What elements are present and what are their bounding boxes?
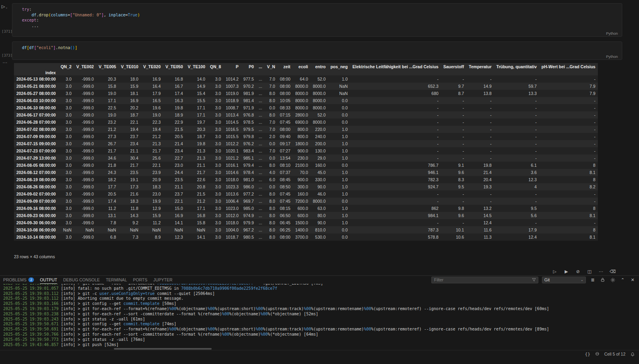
output-filter[interactable] [431,277,538,283]
table-cell: 18.1 [119,90,141,97]
code-editor[interactable]: df[df["ecoli"].notna()] [12,42,622,51]
table-cell: ... [256,97,265,104]
word-wrap-icon[interactable]: ≣ [589,277,596,283]
table-cell: 3.0 [58,140,74,147]
table-cell: 3.0 [208,126,223,133]
table-row: 2024-07-15 09:00:003.0-999.026.723.421.3… [14,140,598,147]
cell-language-picker[interactable]: Python [606,54,618,59]
panel-tab-label: PROBLEMS [3,277,26,282]
row-index: 2024-09-30 06:00:00 [14,219,58,226]
table-cell: 11.3 [466,233,494,241]
table-cell: 3.0 [208,104,223,111]
table-cell: 16.8 [163,75,185,83]
notebook-cell-1[interactable]: try: df.drop(columns=["Unnamed: 0"], inp… [12,3,622,37]
table-cell: 07:27 [278,147,293,154]
layout-indicator-icon[interactable] [595,352,599,356]
more-actions-icon[interactable]: ⋯ [598,268,604,275]
panel-tab-output[interactable]: OUTPUT [40,276,57,284]
panel-tab-jupyter[interactable]: JUPYTER [153,276,173,284]
table-cell: 3.0 [208,219,223,226]
split-cell-icon[interactable]: ◫ [586,268,593,275]
scroll-lock-icon[interactable] [599,277,606,283]
table-cell: 3.0 [58,233,74,241]
table-cell: 8.3 [441,176,466,183]
table-cell: 17.7 [96,183,119,190]
panel-tab-ports[interactable]: PORTS [133,276,147,284]
delete-cell-icon[interactable]: ⌫ [609,268,616,275]
table-cell: 16.9 [119,97,141,104]
braces-icon[interactable]: {} [585,352,590,356]
panel-tab-terminal[interactable]: TERMINAL [106,276,127,284]
table-cell: 0.0 [328,119,350,126]
table-cell: 810.0 [310,226,328,233]
table-cell: 09:40 [278,133,293,140]
run-cell-button[interactable]: ▷ ⌄ [2,4,8,9]
table-cell: 8.2 [539,183,598,190]
run-cell-icon[interactable]: ▶ [563,268,570,275]
cell-output-menu-icon[interactable]: ⋯ [2,60,7,65]
cell-language-picker[interactable]: Python [606,31,618,36]
filter-icon[interactable] [532,277,536,282]
panel-tab-debug-console[interactable]: DEBUG CONSOLE [63,276,100,284]
notebook-cell-toolbar: ▷▶⊘◫⋯⌫ [552,268,616,275]
gear-icon[interactable] [609,277,616,283]
table-cell: 3.0 [58,90,74,97]
notebook-cell-2[interactable]: df[df["ecoli"].notna()] Python [12,42,622,60]
table-cell: - [539,133,598,140]
log-line: 2025-05-25 19:39:03.243 [info] > git sta… [3,317,639,322]
table-cell: 08:00 [278,90,293,97]
table-cell: 160.0 [310,162,328,169]
code-line: df.drop(columns=["Unnamed: 0"], inplace=… [22,12,622,18]
table-cell: 1.0 [328,190,350,198]
table-cell: 1.0 [328,147,350,154]
table-cell: 130.0 [310,147,328,154]
cell-indicator[interactable]: Cell 5 of 12 [604,352,625,356]
table-cell: -999.0 [74,205,96,212]
code-editor[interactable]: try: df.drop(columns=["Unnamed: 0"], inp… [12,4,622,28]
table-cell: 30.4 [119,154,141,162]
column-header: V_N [264,63,277,70]
table-cell: 22.7 [163,154,185,162]
table-cell: 976.2 [241,140,256,147]
run-below-icon[interactable]: ▷ [552,268,558,275]
table-cell: 967.2 [241,226,256,233]
table-cell: 8000.0 [310,119,328,126]
table-cell: 2800.0 [293,111,310,119]
table-cell: -999.0 [74,104,96,111]
table-cell: - [494,154,539,162]
table-row: 2024-08-05 08:00:003.0-999.021.821.722.1… [14,162,598,169]
output-channel-select[interactable]: Git ⌄ [542,277,586,283]
table-cell: -999.0 [74,198,96,205]
table-cell: 21.7 [185,169,208,176]
maximize-panel-icon[interactable]: ⌃ [619,277,626,283]
horizontal-scrollbar[interactable] [114,348,212,350]
table-cell: 14.5 [466,212,494,219]
log-line: 2025-05-25 19:39:03.179 [info] > git for… [3,307,639,312]
table-cell: - [441,133,466,140]
table-cell: 8.9 [141,233,163,241]
output-log[interactable]: 2025-05-25 19:39:01.057 [info] > git bla… [0,284,639,348]
table-cell: -999.0 [74,219,96,226]
table-cell: 19.9 [141,198,163,205]
panel-tab-problems[interactable]: PROBLEMS2 [3,276,34,284]
log-line: 2025-05-25 19:39:50.773 [info] > git sta… [3,337,639,342]
table-cell: - [441,154,466,162]
close-panel-icon[interactable]: ✕ [629,277,636,283]
column-header: pos_neg [328,63,350,70]
table-cell: ... [256,75,265,83]
column-header: Temperatur [466,63,494,70]
table-cell: 12.3 [494,176,539,183]
table-cell: 160.0 [293,190,310,198]
filter-input[interactable] [434,277,532,282]
table-cell: 17.4 [96,198,119,205]
table-cell: - [539,154,598,162]
table-cell: 1023.0 [223,205,241,212]
table-cell: 20.9 [141,176,163,183]
table-cell: 3.6 [494,169,539,176]
table-cell: 1023.3 [223,183,241,190]
table-cell: 90.0 [310,183,328,190]
bell-icon[interactable] [630,352,635,356]
table-cell: -999.0 [74,126,96,133]
clear-outputs-icon[interactable]: ⊘ [575,268,581,275]
table-cell: 10:05 [278,97,293,104]
